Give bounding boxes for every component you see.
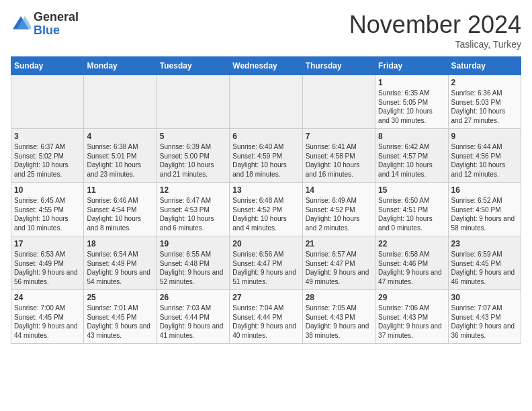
calendar-cell: 4Sunrise: 6:38 AM Sunset: 5:01 PM Daylig… — [84, 129, 157, 183]
calendar-cell — [11, 75, 84, 129]
day-number: 30 — [451, 293, 518, 302]
calendar-header-row: SundayMondayTuesdayWednesdayThursdayFrid… — [11, 57, 521, 75]
calendar-cell — [157, 75, 229, 129]
col-header-thursday: Thursday — [302, 57, 375, 75]
calendar-cell: 30Sunrise: 7:07 AM Sunset: 4:43 PM Dayli… — [448, 290, 521, 344]
logo-blue: Blue — [34, 24, 79, 38]
day-number: 16 — [451, 185, 518, 195]
day-info: Sunrise: 6:58 AM Sunset: 4:46 PM Dayligh… — [378, 250, 445, 286]
calendar-cell: 19Sunrise: 6:55 AM Sunset: 4:48 PM Dayli… — [157, 236, 229, 290]
calendar-cell: 10Sunrise: 6:45 AM Sunset: 4:55 PM Dayli… — [11, 183, 84, 236]
calendar-cell: 6Sunrise: 6:40 AM Sunset: 4:59 PM Daylig… — [230, 129, 302, 183]
calendar-cell: 5Sunrise: 6:39 AM Sunset: 5:00 PM Daylig… — [157, 129, 229, 183]
day-info: Sunrise: 6:35 AM Sunset: 5:05 PM Dayligh… — [378, 89, 445, 125]
day-number: 6 — [232, 132, 299, 141]
calendar-cell — [84, 75, 157, 129]
calendar-week-row: 24Sunrise: 7:00 AM Sunset: 4:45 PM Dayli… — [11, 290, 521, 344]
day-number: 22 — [378, 239, 445, 248]
calendar-cell: 20Sunrise: 6:56 AM Sunset: 4:47 PM Dayli… — [230, 236, 302, 290]
calendar-cell: 24Sunrise: 7:00 AM Sunset: 4:45 PM Dayli… — [11, 290, 84, 344]
page-header: General Blue November 2024 Taslicay, Tur… — [11, 11, 521, 50]
calendar-cell: 22Sunrise: 6:58 AM Sunset: 4:46 PM Dayli… — [375, 236, 448, 290]
title-area: November 2024 Taslicay, Turkey — [349, 11, 521, 50]
day-number: 13 — [232, 185, 299, 195]
day-info: Sunrise: 6:44 AM Sunset: 4:56 PM Dayligh… — [451, 142, 518, 179]
col-header-sunday: Sunday — [11, 57, 84, 75]
calendar-cell: 25Sunrise: 7:01 AM Sunset: 4:45 PM Dayli… — [84, 290, 157, 344]
calendar-cell: 11Sunrise: 6:46 AM Sunset: 4:54 PM Dayli… — [84, 183, 157, 236]
day-number: 8 — [378, 132, 445, 141]
calendar-cell: 1Sunrise: 6:35 AM Sunset: 5:05 PM Daylig… — [375, 75, 448, 129]
day-info: Sunrise: 6:40 AM Sunset: 4:59 PM Dayligh… — [232, 142, 299, 179]
calendar-week-row: 17Sunrise: 6:53 AM Sunset: 4:49 PM Dayli… — [11, 236, 521, 290]
day-number: 7 — [306, 132, 372, 141]
day-info: Sunrise: 6:49 AM Sunset: 4:52 PM Dayligh… — [306, 196, 372, 232]
day-info: Sunrise: 6:50 AM Sunset: 4:51 PM Dayligh… — [378, 196, 445, 232]
day-number: 4 — [87, 132, 153, 141]
calendar-cell: 16Sunrise: 6:52 AM Sunset: 4:50 PM Dayli… — [448, 183, 521, 236]
day-info: Sunrise: 6:48 AM Sunset: 4:52 PM Dayligh… — [232, 196, 299, 232]
day-info: Sunrise: 6:45 AM Sunset: 4:55 PM Dayligh… — [14, 196, 81, 232]
calendar-cell: 26Sunrise: 7:03 AM Sunset: 4:44 PM Dayli… — [157, 290, 229, 344]
day-number: 29 — [378, 293, 445, 302]
day-number: 19 — [160, 239, 226, 248]
calendar-week-row: 3Sunrise: 6:37 AM Sunset: 5:02 PM Daylig… — [11, 129, 521, 183]
col-header-tuesday: Tuesday — [157, 57, 229, 75]
day-number: 21 — [306, 239, 372, 248]
logo-icon — [11, 14, 31, 34]
location-subtitle: Taslicay, Turkey — [349, 39, 521, 50]
day-number: 25 — [87, 293, 153, 302]
logo-general: General — [34, 11, 79, 24]
day-number: 23 — [451, 239, 518, 248]
col-header-monday: Monday — [84, 57, 157, 75]
calendar-cell: 23Sunrise: 6:59 AM Sunset: 4:45 PM Dayli… — [448, 236, 521, 290]
logo-text: General Blue — [34, 11, 79, 38]
calendar-cell: 17Sunrise: 6:53 AM Sunset: 4:49 PM Dayli… — [11, 236, 84, 290]
day-info: Sunrise: 6:42 AM Sunset: 4:57 PM Dayligh… — [378, 142, 445, 179]
day-info: Sunrise: 6:46 AM Sunset: 4:54 PM Dayligh… — [87, 196, 153, 232]
day-number: 14 — [306, 185, 372, 195]
day-number: 26 — [160, 293, 226, 302]
day-number: 3 — [14, 132, 81, 141]
day-number: 10 — [14, 185, 81, 195]
day-info: Sunrise: 6:36 AM Sunset: 5:03 PM Dayligh… — [451, 89, 518, 125]
day-number: 20 — [232, 239, 299, 248]
day-info: Sunrise: 6:54 AM Sunset: 4:49 PM Dayligh… — [87, 250, 153, 286]
day-info: Sunrise: 6:56 AM Sunset: 4:47 PM Dayligh… — [232, 250, 299, 286]
day-number: 1 — [378, 78, 445, 87]
calendar-cell: 21Sunrise: 6:57 AM Sunset: 4:47 PM Dayli… — [302, 236, 375, 290]
calendar-cell: 29Sunrise: 7:06 AM Sunset: 4:43 PM Dayli… — [375, 290, 448, 344]
calendar-cell: 27Sunrise: 7:04 AM Sunset: 4:44 PM Dayli… — [230, 290, 302, 344]
calendar-cell — [302, 75, 375, 129]
day-info: Sunrise: 7:01 AM Sunset: 4:45 PM Dayligh… — [87, 304, 153, 340]
col-header-saturday: Saturday — [448, 57, 521, 75]
calendar-week-row: 10Sunrise: 6:45 AM Sunset: 4:55 PM Dayli… — [11, 183, 521, 236]
day-number: 12 — [160, 185, 226, 195]
calendar-cell: 28Sunrise: 7:05 AM Sunset: 4:43 PM Dayli… — [302, 290, 375, 344]
day-info: Sunrise: 6:39 AM Sunset: 5:00 PM Dayligh… — [160, 142, 226, 179]
day-info: Sunrise: 6:59 AM Sunset: 4:45 PM Dayligh… — [451, 250, 518, 286]
day-info: Sunrise: 7:00 AM Sunset: 4:45 PM Dayligh… — [14, 304, 81, 340]
day-number: 24 — [14, 293, 81, 302]
day-info: Sunrise: 6:53 AM Sunset: 4:49 PM Dayligh… — [14, 250, 81, 286]
calendar-cell: 15Sunrise: 6:50 AM Sunset: 4:51 PM Dayli… — [375, 183, 448, 236]
day-info: Sunrise: 7:07 AM Sunset: 4:43 PM Dayligh… — [451, 304, 518, 340]
day-number: 27 — [232, 293, 299, 302]
calendar-cell: 2Sunrise: 6:36 AM Sunset: 5:03 PM Daylig… — [448, 75, 521, 129]
day-number: 17 — [14, 239, 81, 248]
day-info: Sunrise: 6:57 AM Sunset: 4:47 PM Dayligh… — [306, 250, 372, 286]
day-info: Sunrise: 6:47 AM Sunset: 4:53 PM Dayligh… — [160, 196, 226, 232]
day-number: 9 — [451, 132, 518, 141]
calendar-cell: 9Sunrise: 6:44 AM Sunset: 4:56 PM Daylig… — [448, 129, 521, 183]
day-info: Sunrise: 7:03 AM Sunset: 4:44 PM Dayligh… — [160, 304, 226, 340]
day-info: Sunrise: 6:38 AM Sunset: 5:01 PM Dayligh… — [87, 142, 153, 179]
day-number: 5 — [160, 132, 226, 141]
day-info: Sunrise: 6:41 AM Sunset: 4:58 PM Dayligh… — [306, 142, 372, 179]
calendar-table: SundayMondayTuesdayWednesdayThursdayFrid… — [11, 56, 521, 344]
month-title: November 2024 — [349, 11, 521, 39]
day-number: 18 — [87, 239, 153, 248]
calendar-cell — [230, 75, 302, 129]
day-info: Sunrise: 7:04 AM Sunset: 4:44 PM Dayligh… — [232, 304, 299, 340]
calendar-cell: 7Sunrise: 6:41 AM Sunset: 4:58 PM Daylig… — [302, 129, 375, 183]
calendar-cell: 14Sunrise: 6:49 AM Sunset: 4:52 PM Dayli… — [302, 183, 375, 236]
